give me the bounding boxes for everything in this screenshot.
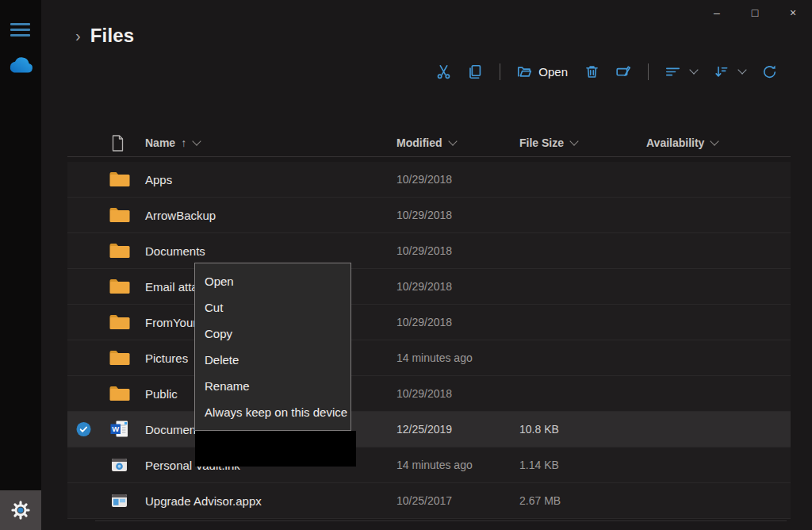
open-folder-icon (517, 64, 532, 79)
chevron-down-icon (448, 136, 457, 145)
table-row[interactable]: Apps 10/29/2018 (67, 162, 791, 198)
modified-date: 10/29/2018 (396, 173, 452, 186)
menu-icon[interactable] (10, 23, 31, 40)
menu-item-always-keep[interactable]: Always keep on this device (195, 399, 350, 425)
table-row[interactable]: Email atta 10/29/2018 (67, 269, 791, 305)
file-name: Pictures (145, 351, 188, 365)
copy-icon (468, 64, 483, 79)
table-row[interactable]: Pictures 14 minutes ago (67, 340, 791, 376)
sort-button[interactable] (714, 64, 729, 79)
cut-button[interactable] (436, 64, 451, 79)
column-header-file-size[interactable]: File Size (519, 129, 577, 156)
breadcrumb-chevron-icon: › (75, 27, 81, 45)
modified-date: 10/29/2018 (396, 244, 452, 257)
view-options-button[interactable] (665, 64, 680, 79)
breadcrumb: › Files (75, 25, 134, 47)
file-type-column-icon (111, 129, 124, 156)
maximize-button[interactable]: □ (747, 6, 763, 19)
view-options-icon (665, 64, 680, 79)
table-row[interactable]: FromYour 10/29/2018 (67, 305, 791, 340)
open-button-label: Open (538, 65, 568, 79)
folder-icon (109, 386, 130, 401)
onedrive-cloud-icon[interactable] (6, 56, 35, 76)
table-row[interactable]: Personal Vault.lnk 14 minutes ago 1.14 K… (67, 447, 791, 483)
folder-icon (109, 171, 130, 187)
modified-date: 10/25/2017 (396, 494, 452, 507)
context-menu: Open Cut Copy Delete Rename Always keep … (194, 263, 351, 431)
folder-icon (109, 350, 130, 366)
column-header-modified[interactable]: Modified (396, 129, 456, 156)
selected-check-icon[interactable] (76, 422, 91, 437)
file-size: 10.8 KB (519, 423, 559, 436)
column-header-name[interactable]: Name ↑ (145, 129, 200, 156)
table-row[interactable]: Public 10/29/2018 (67, 376, 791, 412)
close-button[interactable]: × (785, 6, 801, 19)
file-size: 2.67 MB (519, 494, 561, 507)
folder-icon (109, 243, 130, 259)
scissors-icon (436, 64, 451, 79)
minimize-button[interactable]: – (709, 6, 725, 19)
word-document-icon (109, 421, 129, 438)
file-name: Apps (145, 173, 172, 186)
modified-date: 14 minutes ago (396, 351, 473, 364)
trash-icon (584, 64, 599, 79)
rename-icon (616, 64, 631, 79)
table-row[interactable]: Documents 10/29/2018 (67, 233, 791, 269)
modified-date: 12/25/2019 (396, 423, 452, 436)
table-row[interactable]: Upgrade Advisor.appx 10/25/2017 2.67 MB (67, 483, 791, 519)
file-name: Documents (145, 244, 205, 258)
file-name: Upgrade Advisor.appx (145, 494, 262, 508)
chevron-down-icon[interactable] (737, 65, 746, 74)
list-header: Name ↑ Modified File Size Availability (67, 129, 791, 157)
folder-icon (109, 278, 130, 294)
refresh-icon (762, 64, 777, 79)
file-name: Documen (145, 423, 196, 436)
toolbar-divider (648, 63, 649, 80)
chevron-down-icon (710, 136, 719, 145)
modified-date: 14 minutes ago (396, 459, 473, 471)
appx-package-icon (109, 494, 128, 508)
modified-date: 10/29/2018 (396, 280, 452, 293)
sidebar (0, 0, 41, 530)
refresh-button[interactable] (762, 64, 777, 79)
onedrive-window: › Files – □ × Open (0, 0, 812, 530)
file-size: 1.14 KB (519, 459, 559, 471)
file-name: ArrowBackup (145, 209, 216, 222)
menu-item-open[interactable]: Open (195, 268, 350, 294)
copy-button[interactable] (468, 64, 483, 79)
page-title: Files (90, 25, 135, 47)
delete-button[interactable] (584, 64, 599, 79)
modified-date: 10/29/2018 (396, 209, 452, 221)
file-list: Apps 10/29/2018 ArrowBackup 10/29/2018 D… (67, 162, 791, 519)
window-controls: – □ × (709, 6, 801, 19)
modified-date: 10/29/2018 (396, 387, 452, 400)
menu-item-rename[interactable]: Rename (195, 373, 350, 399)
table-row-selected[interactable]: Documen 12/25/2019 10.8 KB (67, 412, 791, 447)
folder-icon (109, 207, 130, 223)
file-name: FromYour (145, 316, 197, 329)
modified-date: 10/29/2018 (396, 316, 452, 328)
rename-button[interactable] (616, 64, 631, 79)
toolbar: Open (436, 59, 777, 84)
redacted-menu-item[interactable] (195, 431, 356, 467)
chevron-down-icon (192, 136, 201, 145)
list-bottom-divider (95, 520, 787, 521)
shortcut-app-icon (109, 459, 128, 472)
sort-icon (714, 64, 729, 79)
file-name: Public (145, 387, 178, 401)
menu-item-delete[interactable]: Delete (195, 347, 350, 373)
menu-item-cut[interactable]: Cut (195, 294, 350, 321)
file-name: Email atta (145, 280, 198, 294)
sort-ascending-icon: ↑ (181, 136, 186, 149)
chevron-down-icon[interactable] (689, 65, 698, 74)
table-row[interactable]: ArrowBackup 10/29/2018 (67, 198, 791, 233)
settings-gear-icon[interactable] (0, 490, 41, 530)
toolbar-divider (500, 63, 500, 80)
open-button[interactable]: Open (517, 64, 568, 79)
chevron-down-icon (569, 136, 578, 145)
folder-icon (109, 314, 130, 330)
column-header-availability[interactable]: Availability (646, 129, 718, 156)
menu-item-copy[interactable]: Copy (195, 321, 350, 347)
